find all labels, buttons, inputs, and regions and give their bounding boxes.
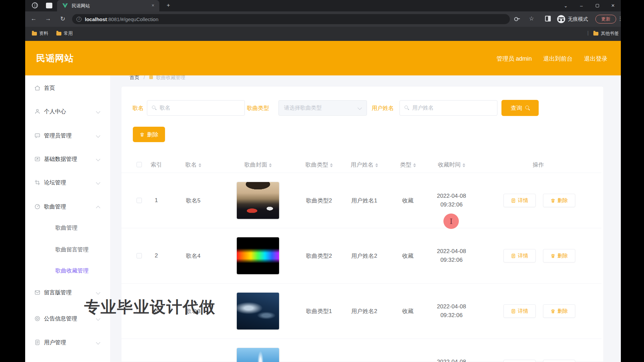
cell-user: 用户姓名1 [337,197,391,204]
breadcrumb-home-link[interactable]: 首页 [129,75,139,80]
user-name-field[interactable] [399,100,497,116]
detail-button[interactable]: 详情 [503,304,536,318]
row-delete-button[interactable]: 删除 [543,304,575,318]
sort-icon[interactable] [413,163,416,167]
bookmark-folder-changyong[interactable]: 常用 [56,31,73,37]
other-bookmarks-button[interactable]: 其他书签 [593,31,619,37]
side-panel-icon[interactable] [545,16,551,21]
col-time[interactable]: 收藏时间 [425,161,478,169]
forward-button[interactable]: → [44,15,52,22]
password-key-icon[interactable] [514,16,520,22]
browser-toolbar: ← → ↻ i localhost:8081/#/gequCollection … [25,11,621,27]
content-card: 歌名 歌曲类型 请选择歌曲类型 用户姓名 [121,86,604,362]
other-bookmarks-label: 其他书签 [601,31,619,37]
cell-user: 用户姓名2 [337,307,391,315]
breadcrumb-current: 歌曲收藏管理 [156,75,185,80]
back-button[interactable]: ← [29,15,38,22]
crop-icon [34,179,41,186]
user-icon [34,108,41,115]
row-delete-button[interactable]: 删除 [543,360,575,362]
chat-icon [34,132,41,139]
song-name-input[interactable] [160,105,233,111]
sidebar-subitem-song-mgmt[interactable]: 歌曲管理 [25,221,110,235]
col-category[interactable]: 类型 [388,161,428,169]
detail-button[interactable]: 详情 [503,194,536,207]
folder-icon [32,32,37,36]
breadcrumb: 首页 / 歌曲收藏管理 [129,74,185,81]
bulk-delete-button[interactable]: 删除 [133,127,165,142]
active-tab[interactable]: 民谣网站 × [57,0,159,11]
sort-icon[interactable] [375,163,378,167]
sidebar-item-forum-mgmt[interactable]: 论坛管理 [25,176,110,189]
bookmark-folder-ziliao[interactable]: 资料 [32,31,48,37]
bookmark-label: 常用 [64,31,73,37]
song-name-label: 歌名 [132,100,144,116]
reload-button[interactable]: ↻ [58,15,67,22]
minimize-button[interactable]: – [574,0,589,11]
exit-to-front-link[interactable]: 退出到前台 [543,55,573,63]
update-button[interactable]: 更新 [595,15,616,23]
select-all-checkbox[interactable] [137,162,142,167]
table-row: 2022-04-0809:32:06 详情 删除 [121,339,601,362]
document-icon [511,253,516,258]
sort-icon[interactable] [199,163,201,167]
trash-icon [550,309,555,314]
tab-close-icon[interactable]: × [150,3,156,8]
sort-icon[interactable] [269,163,272,167]
sidebar-subitem-song-comment-mgmt[interactable]: 歌曲留言管理 [25,243,110,256]
chevron-down-icon [96,133,100,138]
query-button[interactable]: 查询 [501,100,539,116]
address-bar[interactable]: i localhost:8081/#/gequCollection [72,14,510,24]
sidebar: 首页 个人中心 管理员管理 基础数据管理 论坛管理 [25,75,111,362]
sidebar-subitem-song-collection-mgmt[interactable]: 歌曲收藏管理 [25,264,110,278]
col-cover[interactable]: 歌曲封面 [231,161,285,169]
song-type-label: 歌曲类型 [247,100,269,116]
main-content: 首页 / 歌曲收藏管理 歌名 歌曲类型 请选择歌曲类型 [111,75,621,362]
sidebar-item-home[interactable]: 首页 [25,81,110,95]
user-name-input[interactable] [412,105,485,111]
song-type-placeholder: 请选择歌曲类型 [284,105,322,112]
col-song[interactable]: 歌名 [173,161,213,169]
detail-button[interactable]: 详情 [503,249,536,262]
table-header: 索引 歌名 歌曲封面 歌曲类型 用户姓名 类型 收藏时间 操作 [121,156,601,173]
row-checkbox[interactable] [137,198,142,203]
detail-button[interactable]: 详情 [503,360,536,362]
restore-button[interactable] [589,0,605,11]
sidebar-item-song-mgmt[interactable]: 歌曲管理 [25,200,110,214]
sidebar-item-base-data-mgmt[interactable]: 基础数据管理 [25,153,110,166]
cell-time: 2022-04-0809:32:06 [425,247,478,264]
song-cover-image [237,348,279,362]
row-checkbox[interactable] [137,253,142,258]
browser-menu-icon[interactable]: ⋮ [618,15,623,22]
site-logo[interactable]: 民谣网站 [36,52,74,64]
logout-link[interactable]: 退出登录 [584,55,607,63]
col-index: 索引 [143,161,170,169]
url-path: :8081/#/gequCollection [107,16,158,22]
row-delete-button[interactable]: 删除 [543,194,575,207]
song-type-select[interactable]: 请选择歌曲类型 [278,100,367,116]
sort-icon[interactable] [463,163,465,167]
sort-icon[interactable] [330,163,333,167]
sidebar-item-message-board-mgmt[interactable]: 留言版管理 [25,286,110,299]
sidebar-item-personal-center[interactable]: 个人中心 [25,105,110,118]
query-button-label: 查询 [511,104,522,112]
sidebar-item-admin-mgmt[interactable]: 管理员管理 [25,129,110,142]
tab-search-chevron-icon[interactable]: ⌄ [558,0,574,11]
row-delete-button[interactable]: 删除 [543,249,575,262]
new-tab-button[interactable]: + [164,2,172,9]
url-text[interactable]: localhost:8081/#/gequCollection [85,16,158,22]
incognito-icon [557,15,565,23]
cell-user: 用户姓名2 [337,252,391,260]
col-user[interactable]: 用户姓名 [337,161,391,169]
site-info-icon[interactable]: i [76,17,82,22]
song-name-field[interactable] [147,100,245,116]
incognito-label: 无痕模式 [568,16,588,22]
close-window-button[interactable]: × [605,0,621,11]
bookmark-star-icon[interactable]: ☆ [529,15,534,22]
chevron-down-icon [96,290,100,295]
cell-index: 1 [143,197,170,204]
sidebar-item-user-mgmt[interactable]: 用户管理 [25,336,110,349]
bookmarks-divider: | [587,30,589,36]
pinned-tab-icon[interactable] [46,3,52,8]
user-name-label: 用户姓名 [372,100,394,116]
